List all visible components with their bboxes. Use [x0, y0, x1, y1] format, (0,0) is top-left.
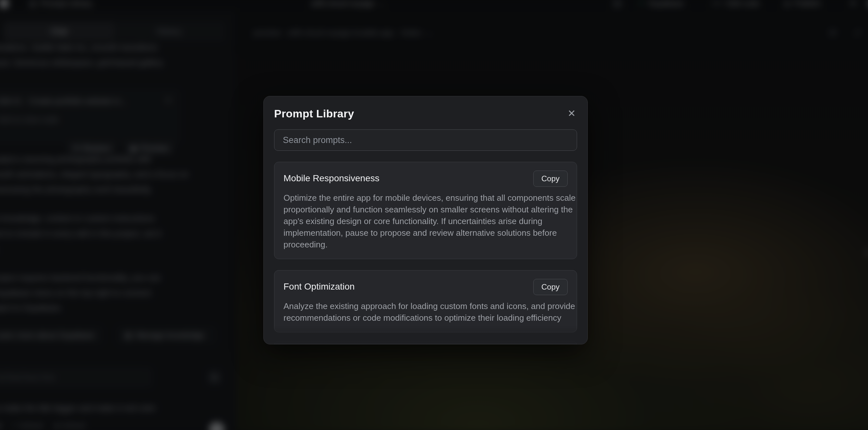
screen: ▤ Prompt Library arfb-cloud-voyage ⌄ ⚡ S…	[0, 0, 868, 430]
prompt-card-body: Analyze the existing approach for loadin…	[283, 300, 577, 324]
prompt-card-body: Optimize the entire app for mobile devic…	[283, 192, 577, 250]
search-input[interactable]	[274, 129, 577, 151]
prompt-card-title: Font Optimization	[283, 279, 354, 292]
copy-button[interactable]: Copy	[533, 171, 568, 187]
prompt-library-modal: Prompt Library ✕ Mobile Responsiveness C…	[264, 96, 588, 344]
prompt-card[interactable]: Font Optimization Copy Analyze the exist…	[274, 270, 577, 332]
prompt-card-partial[interactable]	[274, 341, 577, 344]
prompt-card[interactable]: Mobile Responsiveness Copy Optimize the …	[274, 162, 577, 259]
copy-button[interactable]: Copy	[533, 279, 568, 295]
prompt-card-title: Mobile Responsiveness	[283, 171, 379, 184]
close-icon[interactable]: ✕	[566, 108, 577, 120]
modal-title: Prompt Library	[274, 108, 354, 120]
